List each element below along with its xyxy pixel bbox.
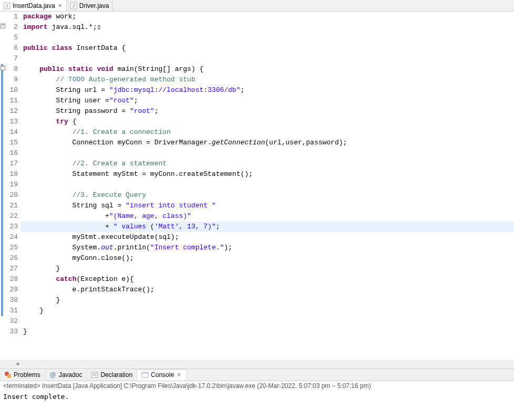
code-text[interactable]	[21, 54, 514, 64]
code-text[interactable]: Connection myConn = DriverManager.getCon…	[21, 138, 514, 148]
code-text[interactable]: try {	[21, 117, 514, 127]
code-line[interactable]: 11 String user ="root";	[0, 96, 514, 106]
code-text[interactable]: myStmt.executeUpdate(sql);	[21, 232, 514, 243]
code-line[interactable]: 30 }	[0, 295, 514, 306]
gutter-marker	[0, 253, 6, 264]
code-text[interactable]: //3. Execute Query	[21, 190, 514, 201]
editor-tab-driver-java[interactable]: JDriver.java	[67, 0, 113, 11]
editor-tab-insertdata-java[interactable]: JInsertData.java×	[0, 0, 67, 11]
code-text[interactable]: Statement myStmt = myConn.createStatemen…	[21, 169, 514, 180]
horizontal-scrollbar[interactable]	[0, 360, 514, 369]
code-text[interactable]: }	[21, 306, 514, 316]
code-line[interactable]: 24 myStmt.executeUpdate(sql);	[0, 232, 514, 243]
code-text[interactable]: + " values ('Matt', 13, 7)";	[21, 222, 514, 232]
code-line[interactable]: 17 //2. Create a statement	[0, 159, 514, 169]
line-number: 28	[6, 274, 21, 285]
gutter-marker	[0, 169, 6, 180]
code-text[interactable]: }	[21, 295, 514, 306]
gutter-marker	[0, 96, 6, 106]
code-line[interactable]: +2import java.sql.*;▯	[0, 22, 514, 33]
line-number: 19	[6, 180, 21, 190]
line-number: 15	[6, 138, 21, 148]
editor-tab-label: InsertData.java	[13, 2, 55, 9]
code-text[interactable]: e.printStackTrace();	[21, 285, 514, 295]
code-text[interactable]: +"(Name, age, class)"	[21, 211, 514, 222]
code-text[interactable]: String password = "root";	[21, 106, 514, 117]
code-line[interactable]: 15 Connection myConn = DriverManager.get…	[0, 138, 514, 148]
code-line[interactable]: −8 public static void main(String[] args…	[0, 64, 514, 75]
close-icon[interactable]: ×	[176, 371, 182, 379]
code-text[interactable]: public static void main(String[] args) {	[21, 64, 514, 75]
code-line[interactable]: 31 }	[0, 306, 514, 316]
view-tab-console[interactable]: Console×	[137, 369, 187, 381]
line-number: 30	[6, 295, 21, 306]
code-line[interactable]: 14 //1. Create a connection	[0, 127, 514, 138]
code-line[interactable]: 33}	[0, 327, 514, 337]
line-number: 1	[6, 12, 21, 22]
gutter-marker	[0, 201, 6, 211]
code-line[interactable]: 23 + " values ('Matt', 13, 7)";	[0, 222, 514, 232]
line-number: 5	[6, 33, 21, 43]
code-text[interactable]: String user ="root";	[21, 96, 514, 106]
code-text[interactable]: System.out.println("Insert complete.");	[21, 243, 514, 253]
code-line[interactable]: 1package work;	[0, 12, 514, 22]
gutter-marker	[0, 274, 6, 285]
code-text[interactable]: //2. Create a statement	[21, 159, 514, 169]
code-line[interactable]: 20 //3. Execute Query	[0, 190, 514, 201]
code-line[interactable]: 32	[0, 316, 514, 327]
collapse-icon[interactable]: −	[1, 66, 5, 70]
gutter-marker	[0, 159, 6, 169]
code-line[interactable]: 28 catch(Exception e){	[0, 274, 514, 285]
gutter-marker	[0, 33, 6, 43]
code-line[interactable]: 19	[0, 180, 514, 190]
code-line[interactable]: 6public class InsertData {	[0, 43, 514, 54]
gutter-marker	[0, 180, 6, 190]
code-text[interactable]	[21, 148, 514, 159]
code-line[interactable]: 13 try {	[0, 117, 514, 127]
code-line[interactable]: 12 String password = "root";	[0, 106, 514, 117]
view-tab-problems[interactable]: Problems	[0, 369, 45, 381]
line-number: 31	[6, 306, 21, 316]
code-line[interactable]: 27 }	[0, 264, 514, 274]
line-number: 2	[6, 22, 21, 33]
code-line[interactable]: 18 Statement myStmt = myConn.createState…	[0, 169, 514, 180]
view-tab-javadoc[interactable]: @Javadoc	[45, 369, 87, 381]
code-editor[interactable]: 1package work;+2import java.sql.*;▯56pub…	[0, 12, 514, 360]
close-icon[interactable]: ×	[57, 2, 63, 9]
line-number: 13	[6, 117, 21, 127]
line-number: 14	[6, 127, 21, 138]
code-line[interactable]: 5	[0, 33, 514, 43]
view-tab-label: Console	[151, 371, 174, 379]
line-number: 22	[6, 211, 21, 222]
code-line[interactable]: 29 e.printStackTrace();	[0, 285, 514, 295]
code-line[interactable]: 7	[0, 54, 514, 64]
code-text[interactable]: String url = "jdbc:mysql://localhost:330…	[21, 85, 514, 96]
code-text[interactable]: myConn.close();	[21, 253, 514, 264]
code-line[interactable]: 21 String sql = "insert into student "	[0, 201, 514, 211]
code-line[interactable]: 22 +"(Name, age, class)"	[0, 211, 514, 222]
code-text[interactable]: catch(Exception e){	[21, 274, 514, 285]
view-tab-declaration[interactable]: Declaration	[87, 369, 137, 381]
code-text[interactable]: package work;	[21, 12, 514, 22]
problems-icon	[4, 371, 12, 379]
line-number: 33	[6, 327, 21, 337]
code-text[interactable]: // TODO Auto-generated method stub	[21, 75, 514, 85]
expand-icon[interactable]: +	[1, 24, 5, 28]
code-line[interactable]: 9 // TODO Auto-generated method stub	[0, 75, 514, 85]
code-line[interactable]: 25 System.out.println("Insert complete."…	[0, 243, 514, 253]
code-text[interactable]: }	[21, 327, 514, 337]
code-text[interactable]: //1. Create a connection	[21, 127, 514, 138]
code-line[interactable]: 10 String url = "jdbc:mysql://localhost:…	[0, 85, 514, 96]
code-text[interactable]	[21, 316, 514, 327]
code-text[interactable]: public class InsertData {	[21, 43, 514, 54]
line-number: 8	[6, 64, 21, 75]
code-line[interactable]: 16	[0, 148, 514, 159]
code-text[interactable]	[21, 33, 514, 43]
code-text[interactable]: import java.sql.*;▯	[21, 22, 514, 33]
svg-text:J: J	[72, 3, 75, 8]
code-text[interactable]: }	[21, 264, 514, 274]
code-line[interactable]: 26 myConn.close();	[0, 253, 514, 264]
line-number: 24	[6, 232, 21, 243]
code-text[interactable]	[21, 180, 514, 190]
code-text[interactable]: String sql = "insert into student "	[21, 201, 514, 211]
